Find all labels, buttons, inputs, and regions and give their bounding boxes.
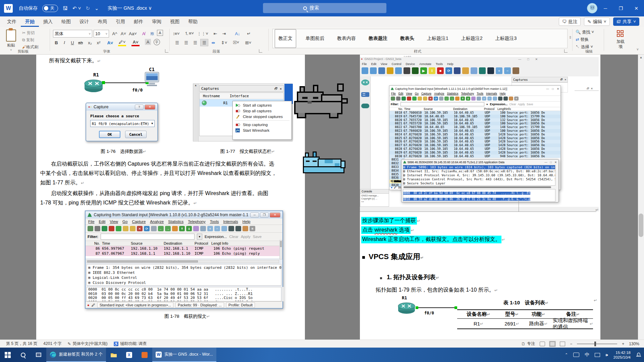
ws-minimize-button[interactable]: ─: [250, 213, 259, 218]
ws2-save-button[interactable]: Save: [527, 103, 533, 106]
ws2-minimize-icon[interactable]: —: [546, 87, 549, 90]
align-right-icon[interactable]: ☰: [191, 39, 199, 46]
device-table[interactable]: 设备名称↵ 型号↵ 功能↵ 备注↵ R1↵ 2691↵ 路由器↵ 实现和虚拟终端…: [457, 309, 593, 329]
borders-icon[interactable]: ⊞˅: [244, 39, 252, 46]
grow-font-icon[interactable]: A^: [111, 30, 119, 37]
bottom-icon[interactable]: ↡: [466, 97, 470, 101]
style-item[interactable]: 上标题注2: [458, 29, 486, 48]
gns3-minimize-icon[interactable]: —: [518, 58, 521, 61]
increase-indent-icon[interactable]: ⇥: [220, 30, 228, 37]
quick-access-caret-icon[interactable]: ⌄: [95, 5, 99, 11]
paragraph-shading-icon[interactable]: 🞔˅: [232, 39, 240, 46]
figure-gns3[interactable]: ●GNS3 Project - GNS3_beta —□✕ FileEditVi…: [360, 57, 599, 212]
ws-menu-item[interactable]: Go: [122, 220, 127, 224]
back-icon[interactable]: ←: [444, 97, 449, 101]
back-icon[interactable]: ←: [158, 226, 164, 231]
ws-column-headers[interactable]: No.TimeSourceDestinationProtocolLengthIn…: [86, 241, 282, 246]
search-input[interactable]: 搜索: [263, 3, 386, 13]
tray-expand-icon[interactable]: ⌃: [565, 353, 568, 357]
snapshot-icon[interactable]: [387, 67, 393, 74]
zoom-in-icon[interactable]: +: [622, 342, 624, 346]
ws2-menu-item[interactable]: View: [406, 92, 412, 95]
ws2-apply-button[interactable]: Apply: [518, 103, 525, 106]
tree-line[interactable]: ⊞ Internet Protocol Version 4, Src: 39.1…: [403, 173, 555, 177]
taskbar-clock[interactable]: 15:42:18 2025/10/4: [613, 350, 631, 360]
start-button[interactable]: [0, 348, 15, 362]
save-project-icon[interactable]: [378, 67, 385, 74]
ribbon-tab[interactable]: 邮件: [129, 16, 148, 27]
zoom-out-icon[interactable]: −: [504, 67, 511, 74]
preferences-icon[interactable]: ✳: [514, 97, 519, 101]
packet-row[interactable]: 882767.827602010.106.59.10510.64.40.65UD…: [389, 143, 560, 147]
accessibility-indicator[interactable]: ♿辅助功能: 调查: [113, 341, 147, 347]
ws2-expression-button[interactable]: Expression...: [490, 103, 508, 106]
scrollbar-thumb[interactable]: [639, 214, 643, 237]
ws-menu-item[interactable]: Telephony: [188, 220, 205, 224]
ribbon-tab[interactable]: 设计: [75, 16, 93, 27]
focus-assist-icon[interactable]: z: [636, 352, 641, 358]
find-icon[interactable]: [439, 97, 443, 101]
reload-icon[interactable]: ⟳: [434, 97, 438, 101]
distribute-icon[interactable]: ⇹: [209, 39, 217, 46]
packet-row[interactable]: 882867.827602010.106.59.10510.64.40.65UD…: [389, 147, 560, 151]
figure-wireshark-110[interactable]: Capturing from Standard input [Wireshark…: [85, 210, 283, 309]
touch-keyboard-icon[interactable]: [573, 353, 579, 357]
paragraph-dialog-launcher[interactable]: [259, 49, 262, 53]
ws2-comment-icon[interactable]: 🖉: [394, 186, 397, 189]
screenshot-icon[interactable]: [513, 67, 519, 74]
style-item[interactable]: 教表内容: [334, 29, 359, 48]
task-view-button[interactable]: [31, 348, 46, 362]
change-case-icon[interactable]: Aa˅: [129, 30, 137, 37]
ribbon-tab[interactable]: 文件: [3, 16, 21, 27]
coloring-rules-icon[interactable]: [243, 226, 248, 231]
restart-capture-icon[interactable]: [412, 97, 417, 101]
ws-menu-item[interactable]: Capture: [132, 220, 146, 224]
top-icon[interactable]: ↟: [179, 226, 185, 231]
taskbar-x-app-button[interactable]: X: [121, 348, 137, 362]
filter-input[interactable]: [101, 234, 195, 240]
popup-close-icon[interactable]: ✕: [554, 161, 557, 164]
addins-button[interactable]: 加载项: [610, 30, 631, 49]
start-icon[interactable]: ▶: [420, 67, 427, 74]
figure-topology[interactable]: R1 C1 f0/0: [76, 68, 177, 102]
stop-capture-icon[interactable]: [407, 97, 411, 101]
document-title[interactable]: 实验一 GNS .docx ∨: [108, 5, 152, 11]
options-icon[interactable]: [396, 97, 400, 101]
packet-row[interactable]: 86656.997967192.168.1.10192.168.1.1ICMP1…: [86, 246, 282, 251]
ws2-menu-item[interactable]: Go: [415, 92, 419, 95]
stop-icon[interactable]: ■: [437, 67, 444, 74]
autosave-toggle[interactable]: 关: [42, 5, 58, 12]
cancel-button[interactable]: Cancel: [125, 131, 147, 138]
packet-row[interactable]: 883067.827602010.106.59.10510.64.40.65UD…: [389, 155, 560, 158]
ws2-menu-item[interactable]: Analyze: [434, 92, 444, 95]
suspend-icon[interactable]: ‖: [429, 67, 435, 74]
gns3-close-icon[interactable]: ✕: [535, 58, 538, 61]
gns3-device-sidebar[interactable]: [360, 76, 371, 207]
user-avatar[interactable]: [587, 3, 597, 13]
expression-button[interactable]: Expression...: [205, 235, 227, 239]
ws2-menu-item[interactable]: Help: [500, 92, 505, 95]
tree-line[interactable]: ⊞ Transmission Control Protocol, Src Por…: [403, 177, 555, 181]
taskbar-orange-app-button[interactable]: [137, 348, 152, 362]
show-marks-icon[interactable]: ↵: [245, 30, 253, 37]
taskbar-search-button[interactable]: [15, 348, 31, 362]
link-icon[interactable]: [395, 67, 402, 74]
stop-capture-icon[interactable]: [109, 226, 114, 231]
ellipse-icon[interactable]: [487, 67, 494, 74]
ribbon-tab[interactable]: 绘图: [57, 16, 75, 27]
ribbon-tab[interactable]: 插入: [39, 16, 57, 27]
phonetic-guide-icon[interactable]: 敃: [148, 30, 156, 37]
character-border-icon[interactable]: A: [157, 30, 163, 36]
enclose-characters-icon[interactable]: 字: [154, 39, 160, 45]
figure-captures-panel[interactable]: ▲ Captures 🗗✕ Hostname Interface R1 f0/0: [193, 83, 292, 141]
zoom-level[interactable]: 130%: [629, 342, 639, 346]
paste-button[interactable]: 粘贴 ˅: [6, 29, 16, 52]
fig-router-icon[interactable]: [397, 300, 416, 314]
tree-line[interactable]: ⊞ Secure Sockets Layer: [403, 181, 555, 185]
gns3-menu-item[interactable]: Tools: [436, 62, 443, 66]
panel-scrollbar[interactable]: ▲: [193, 84, 199, 142]
font-name-combo[interactable]: 黑体˅: [53, 30, 92, 38]
gns3-menu-item[interactable]: Device: [406, 62, 415, 66]
packet-row[interactable]: 882467.827602010.106.59.10510.64.40.65UD…: [389, 133, 560, 136]
clear-formatting-icon[interactable]: A̸: [140, 30, 148, 37]
